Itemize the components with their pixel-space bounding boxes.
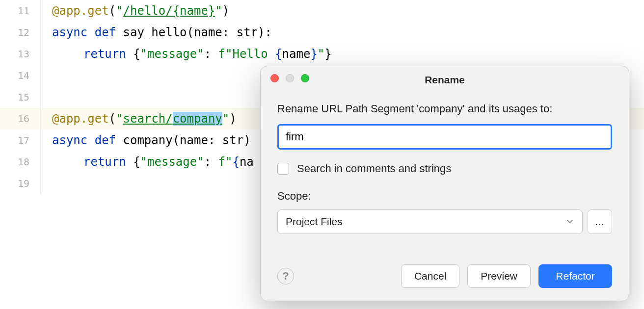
line-number: 19 xyxy=(0,178,40,189)
line-number: 15 xyxy=(0,91,40,103)
rename-input[interactable] xyxy=(277,124,612,150)
scope-select[interactable]: Project Files xyxy=(277,209,583,234)
line-number: 13 xyxy=(0,48,40,60)
scope-more-button[interactable]: ... xyxy=(588,209,612,234)
help-button[interactable]: ? xyxy=(277,268,294,284)
line-number: 11 xyxy=(0,5,40,17)
dialog-title: Rename xyxy=(261,70,629,86)
code-line[interactable]: return {"message": f"{na xyxy=(41,155,254,169)
selected-segment[interactable]: company xyxy=(173,112,222,126)
line-number: 18 xyxy=(0,156,40,168)
refactor-button[interactable]: Refactor xyxy=(538,264,612,288)
code-line[interactable]: return {"message": f"Hello {name}"} xyxy=(41,47,332,61)
scope-value: Project Files xyxy=(286,216,343,228)
rename-dialog: Rename Rename URL Path Segment 'company'… xyxy=(260,66,629,301)
line-number: 12 xyxy=(0,26,40,38)
code-line[interactable]: @app.get("/hello/{name}") xyxy=(41,4,229,18)
code-line[interactable]: async def company(name: str) xyxy=(41,133,251,147)
zoom-icon[interactable] xyxy=(301,74,309,82)
checkbox-label[interactable]: Search in comments and strings xyxy=(297,162,451,175)
rename-prompt: Rename URL Path Segment 'company' and it… xyxy=(277,103,612,115)
cancel-button[interactable]: Cancel xyxy=(401,264,459,288)
line-number: 17 xyxy=(0,134,40,146)
chevron-down-icon xyxy=(565,217,574,226)
minimize-icon xyxy=(286,74,294,82)
code-line[interactable]: @app.get("search/company") xyxy=(41,112,237,126)
scope-label: Scope: xyxy=(277,190,612,203)
close-icon[interactable] xyxy=(270,74,279,82)
search-comments-checkbox[interactable] xyxy=(277,163,289,175)
line-number: 16 xyxy=(0,113,40,125)
code-line[interactable]: async def say_hello(name: str): xyxy=(41,26,272,39)
line-number: 14 xyxy=(0,70,40,81)
preview-button[interactable]: Preview xyxy=(467,264,531,288)
titlebar[interactable]: Rename xyxy=(261,66,629,90)
